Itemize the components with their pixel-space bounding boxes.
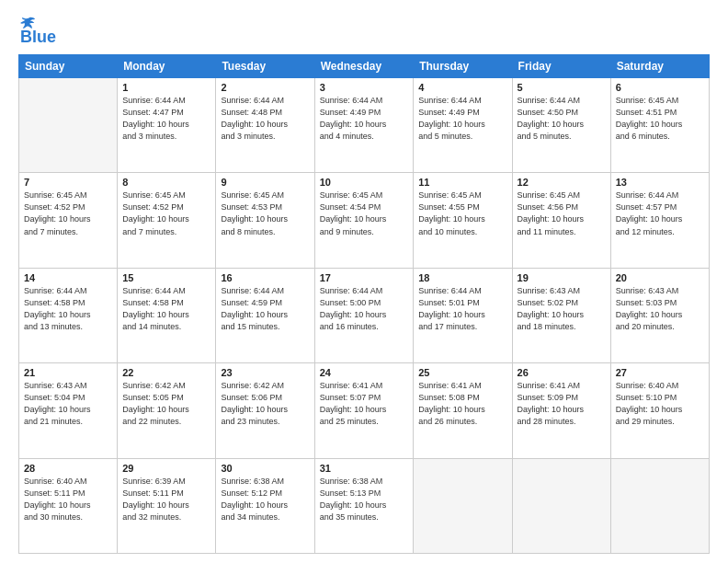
calendar-cell: 5Sunrise: 6:44 AM Sunset: 4:50 PM Daylig… (512, 78, 610, 173)
calendar-cell: 12Sunrise: 6:45 AM Sunset: 4:56 PM Dayli… (512, 173, 610, 268)
cell-details: Sunrise: 6:43 AM Sunset: 5:03 PM Dayligh… (616, 285, 704, 333)
cell-details: Sunrise: 6:44 AM Sunset: 4:49 PM Dayligh… (418, 95, 506, 143)
calendar-header-row: SundayMondayTuesdayWednesdayThursdayFrid… (19, 55, 710, 78)
calendar-week-row: 21Sunrise: 6:43 AM Sunset: 5:04 PM Dayli… (19, 363, 710, 458)
calendar-cell: 14Sunrise: 6:44 AM Sunset: 4:58 PM Dayli… (19, 268, 118, 362)
cell-details: Sunrise: 6:44 AM Sunset: 4:49 PM Dayligh… (320, 95, 409, 143)
day-number: 11 (418, 177, 506, 188)
cell-details: Sunrise: 6:45 AM Sunset: 4:51 PM Dayligh… (616, 95, 704, 143)
day-number: 5 (518, 82, 606, 93)
calendar-cell: 27Sunrise: 6:40 AM Sunset: 5:10 PM Dayli… (610, 363, 709, 458)
calendar-cell: 17Sunrise: 6:44 AM Sunset: 5:00 PM Dayli… (314, 268, 414, 362)
day-number: 18 (418, 272, 506, 283)
calendar-cell: 24Sunrise: 6:41 AM Sunset: 5:07 PM Dayli… (314, 363, 414, 458)
day-number: 27 (616, 367, 704, 378)
calendar-cell: 7Sunrise: 6:45 AM Sunset: 4:52 PM Daylig… (19, 173, 118, 268)
calendar-day-header: Thursday (414, 55, 512, 78)
day-number: 15 (122, 272, 210, 283)
calendar-day-header: Saturday (610, 55, 709, 78)
calendar-week-row: 28Sunrise: 6:40 AM Sunset: 5:11 PM Dayli… (19, 458, 710, 553)
calendar-cell (610, 458, 709, 553)
cell-details: Sunrise: 6:45 AM Sunset: 4:53 PM Dayligh… (221, 190, 309, 237)
calendar-cell: 13Sunrise: 6:44 AM Sunset: 4:57 PM Dayli… (610, 173, 709, 268)
cell-details: Sunrise: 6:44 AM Sunset: 4:50 PM Dayligh… (518, 95, 606, 143)
cell-details: Sunrise: 6:41 AM Sunset: 5:07 PM Dayligh… (320, 380, 409, 428)
calendar-cell: 23Sunrise: 6:42 AM Sunset: 5:06 PM Dayli… (216, 363, 314, 458)
calendar-cell: 22Sunrise: 6:42 AM Sunset: 5:05 PM Dayli… (118, 363, 216, 458)
cell-details: Sunrise: 6:42 AM Sunset: 5:05 PM Dayligh… (122, 380, 210, 428)
day-number: 30 (221, 463, 309, 474)
calendar-week-row: 14Sunrise: 6:44 AM Sunset: 4:58 PM Dayli… (19, 268, 710, 362)
day-number: 21 (24, 367, 112, 378)
calendar-day-header: Sunday (19, 55, 118, 78)
calendar-cell (19, 78, 118, 173)
calendar-week-row: 7Sunrise: 6:45 AM Sunset: 4:52 PM Daylig… (19, 173, 710, 268)
cell-details: Sunrise: 6:38 AM Sunset: 5:12 PM Dayligh… (221, 476, 309, 523)
day-number: 6 (616, 82, 704, 93)
calendar-day-header: Friday (512, 55, 610, 78)
calendar-cell: 26Sunrise: 6:41 AM Sunset: 5:09 PM Dayli… (512, 363, 610, 458)
cell-details: Sunrise: 6:44 AM Sunset: 4:58 PM Dayligh… (24, 285, 112, 333)
day-number: 10 (320, 177, 409, 188)
day-number: 12 (518, 177, 606, 188)
calendar-cell: 31Sunrise: 6:38 AM Sunset: 5:13 PM Dayli… (314, 458, 414, 553)
calendar-cell: 1Sunrise: 6:44 AM Sunset: 4:47 PM Daylig… (118, 78, 216, 173)
day-number: 16 (221, 272, 309, 283)
calendar-cell: 2Sunrise: 6:44 AM Sunset: 4:48 PM Daylig… (216, 78, 314, 173)
day-number: 1 (122, 82, 210, 93)
calendar-cell: 16Sunrise: 6:44 AM Sunset: 4:59 PM Dayli… (216, 268, 314, 362)
cell-details: Sunrise: 6:44 AM Sunset: 4:47 PM Dayligh… (122, 95, 210, 143)
calendar-cell: 29Sunrise: 6:39 AM Sunset: 5:11 PM Dayli… (118, 458, 216, 553)
day-number: 29 (122, 463, 210, 474)
calendar-cell: 19Sunrise: 6:43 AM Sunset: 5:02 PM Dayli… (512, 268, 610, 362)
day-number: 13 (616, 177, 704, 188)
calendar-cell: 20Sunrise: 6:43 AM Sunset: 5:03 PM Dayli… (610, 268, 709, 362)
cell-details: Sunrise: 6:41 AM Sunset: 5:09 PM Dayligh… (518, 380, 606, 428)
header: Blue (18, 17, 710, 47)
calendar-day-header: Tuesday (216, 55, 314, 78)
cell-details: Sunrise: 6:38 AM Sunset: 5:13 PM Dayligh… (320, 476, 409, 523)
calendar-day-header: Wednesday (314, 55, 414, 78)
cell-details: Sunrise: 6:44 AM Sunset: 5:00 PM Dayligh… (320, 285, 409, 333)
calendar-cell: 21Sunrise: 6:43 AM Sunset: 5:04 PM Dayli… (19, 363, 118, 458)
day-number: 17 (320, 272, 409, 283)
calendar-cell: 9Sunrise: 6:45 AM Sunset: 4:53 PM Daylig… (216, 173, 314, 268)
calendar-cell: 8Sunrise: 6:45 AM Sunset: 4:52 PM Daylig… (118, 173, 216, 268)
cell-details: Sunrise: 6:44 AM Sunset: 4:48 PM Dayligh… (221, 95, 309, 143)
calendar-cell: 4Sunrise: 6:44 AM Sunset: 4:49 PM Daylig… (414, 78, 512, 173)
cell-details: Sunrise: 6:45 AM Sunset: 4:55 PM Dayligh… (418, 190, 506, 237)
calendar-cell: 11Sunrise: 6:45 AM Sunset: 4:55 PM Dayli… (414, 173, 512, 268)
logo: Blue (18, 17, 56, 47)
cell-details: Sunrise: 6:39 AM Sunset: 5:11 PM Dayligh… (122, 476, 210, 523)
cell-details: Sunrise: 6:40 AM Sunset: 5:11 PM Dayligh… (24, 476, 112, 523)
day-number: 19 (518, 272, 606, 283)
cell-details: Sunrise: 6:43 AM Sunset: 5:02 PM Dayligh… (518, 285, 606, 333)
cell-details: Sunrise: 6:45 AM Sunset: 4:54 PM Dayligh… (320, 190, 409, 237)
cell-details: Sunrise: 6:45 AM Sunset: 4:56 PM Dayligh… (518, 190, 606, 237)
cell-details: Sunrise: 6:41 AM Sunset: 5:08 PM Dayligh… (418, 380, 506, 428)
calendar-cell (512, 458, 610, 553)
calendar-cell: 15Sunrise: 6:44 AM Sunset: 4:58 PM Dayli… (118, 268, 216, 362)
day-number: 14 (24, 272, 112, 283)
cell-details: Sunrise: 6:44 AM Sunset: 4:59 PM Dayligh… (221, 285, 309, 333)
day-number: 28 (24, 463, 112, 474)
day-number: 25 (418, 367, 506, 378)
day-number: 3 (320, 82, 409, 93)
calendar: SundayMondayTuesdayWednesdayThursdayFrid… (18, 54, 710, 554)
calendar-day-header: Monday (118, 55, 216, 78)
day-number: 23 (221, 367, 309, 378)
day-number: 24 (320, 367, 409, 378)
calendar-week-row: 1Sunrise: 6:44 AM Sunset: 4:47 PM Daylig… (19, 78, 710, 173)
day-number: 20 (616, 272, 704, 283)
cell-details: Sunrise: 6:43 AM Sunset: 5:04 PM Dayligh… (24, 380, 112, 428)
page: Blue SundayMondayTuesdayWednesdayThursda… (0, 0, 728, 563)
cell-details: Sunrise: 6:44 AM Sunset: 4:58 PM Dayligh… (122, 285, 210, 333)
calendar-cell: 25Sunrise: 6:41 AM Sunset: 5:08 PM Dayli… (414, 363, 512, 458)
cell-details: Sunrise: 6:42 AM Sunset: 5:06 PM Dayligh… (221, 380, 309, 428)
day-number: 2 (221, 82, 309, 93)
calendar-cell: 18Sunrise: 6:44 AM Sunset: 5:01 PM Dayli… (414, 268, 512, 362)
day-number: 7 (24, 177, 112, 188)
calendar-cell (414, 458, 512, 553)
cell-details: Sunrise: 6:44 AM Sunset: 5:01 PM Dayligh… (418, 285, 506, 333)
calendar-cell: 3Sunrise: 6:44 AM Sunset: 4:49 PM Daylig… (314, 78, 414, 173)
